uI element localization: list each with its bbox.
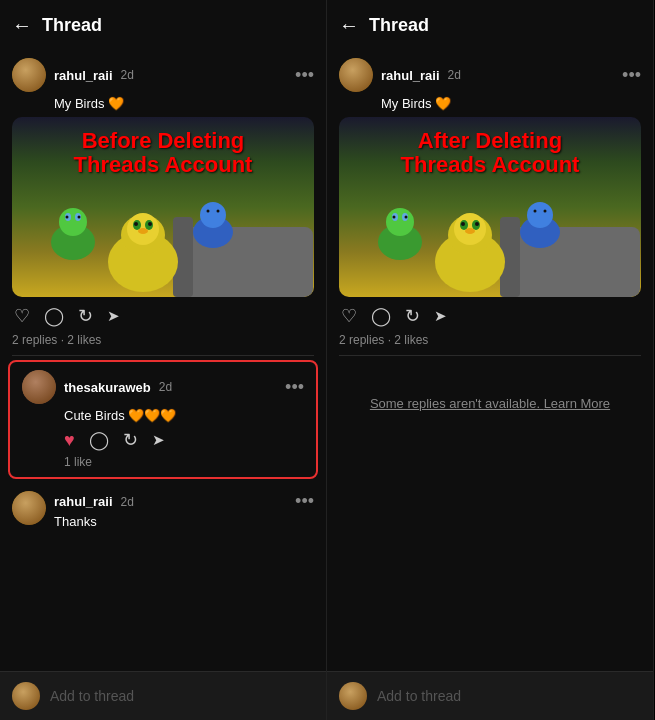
left-post-avatar (12, 58, 46, 92)
right-main-post: rahul_raii 2d ••• My Birds 🧡 After Delet… (327, 50, 653, 355)
left-post-actions: ♡ ◯ ↻ ➤ (12, 305, 314, 333)
right-post-like-button[interactable]: ♡ (341, 305, 357, 327)
left-post-header: rahul_raii 2d ••• (12, 58, 314, 92)
left-post-meta: rahul_raii 2d ••• (54, 65, 314, 86)
right-header: ← Thread (327, 0, 653, 50)
left-reply-1-text: Cute Birds 🧡🧡🧡 (22, 408, 304, 423)
left-reply-1-actions: ♥ ◯ ↻ ➤ (22, 429, 304, 451)
right-birds-scene (339, 167, 641, 297)
left-post-comment-button[interactable]: ◯ (44, 305, 64, 327)
svg-point-39 (544, 210, 547, 213)
left-reply-2-more-button[interactable]: ••• (295, 491, 314, 512)
left-add-thread-avatar (12, 682, 40, 710)
left-reply-2-content: rahul_raii 2d ••• Thanks (54, 491, 314, 529)
left-reply-1-header: thesakuraweb 2d ••• (22, 370, 304, 404)
right-post-comment-button[interactable]: ◯ (371, 305, 391, 327)
right-post-image: After DeletingThreads Account (339, 117, 641, 297)
right-post-share-button[interactable]: ➤ (434, 307, 447, 325)
svg-point-28 (475, 222, 479, 226)
left-reply-2-username: rahul_raii (54, 494, 113, 509)
svg-point-18 (207, 210, 210, 213)
left-reply-1-stats: 1 like (22, 455, 304, 469)
left-reply-1: thesakuraweb 2d ••• Cute Birds 🧡🧡🧡 ♥ ◯ ↻… (8, 360, 318, 479)
left-reply-1-avatar (22, 370, 56, 404)
right-add-thread-input[interactable]: Add to thread (377, 688, 461, 704)
left-post-more-button[interactable]: ••• (295, 65, 314, 86)
right-unavailable-message: Some replies aren't available. Learn Mor… (327, 376, 653, 431)
left-reply-1-repost-button[interactable]: ↻ (123, 429, 138, 451)
left-reply-2-time: 2d (121, 495, 134, 509)
left-panel: ← Thread rahul_raii 2d ••• My Birds 🧡 Be… (0, 0, 327, 720)
right-post-more-button[interactable]: ••• (622, 65, 641, 86)
left-reply-1-username: thesakuraweb (64, 380, 151, 395)
left-main-post: rahul_raii 2d ••• My Birds 🧡 Before Dele… (0, 50, 326, 355)
left-post-share-button[interactable]: ➤ (107, 307, 120, 325)
right-post-repost-button[interactable]: ↻ (405, 305, 420, 327)
svg-point-34 (393, 216, 396, 219)
right-post-text: My Birds 🧡 (339, 96, 641, 111)
right-learn-more-link[interactable]: Learn More (544, 396, 610, 411)
right-post-header: rahul_raii 2d ••• (339, 58, 641, 92)
right-header-title: Thread (369, 15, 429, 36)
left-reply-1-meta: thesakuraweb 2d ••• (64, 377, 304, 398)
left-post-like-button[interactable]: ♡ (14, 305, 30, 327)
left-reply-1-comment-button[interactable]: ◯ (89, 429, 109, 451)
left-header-title: Thread (42, 15, 102, 36)
left-reply-1-share-button[interactable]: ➤ (152, 431, 165, 449)
left-header: ← Thread (0, 0, 326, 50)
left-post-image: Before DeletingThreads Account (12, 117, 314, 297)
svg-point-19 (217, 210, 220, 213)
right-back-button[interactable]: ← (339, 14, 359, 37)
right-post-time: 2d (448, 68, 461, 82)
svg-point-37 (527, 202, 553, 228)
left-back-button[interactable]: ← (12, 14, 32, 37)
right-post-actions: ♡ ◯ ↻ ➤ (339, 305, 641, 333)
left-divider-1 (12, 355, 314, 356)
left-post-text: My Birds 🧡 (12, 96, 314, 111)
svg-point-9 (138, 228, 148, 234)
svg-point-38 (534, 210, 537, 213)
left-post-username: rahul_raii (54, 68, 113, 83)
svg-point-11 (59, 208, 87, 236)
svg-point-15 (78, 216, 81, 219)
left-reply-2-avatar (12, 491, 46, 525)
right-unavailable-text: Some replies aren't available. (370, 396, 544, 411)
svg-point-31 (386, 208, 414, 236)
left-post-repost-button[interactable]: ↻ (78, 305, 93, 327)
svg-point-27 (461, 222, 465, 226)
left-add-thread-input[interactable]: Add to thread (50, 688, 134, 704)
left-post-time: 2d (121, 68, 134, 82)
right-panel: ← Thread rahul_raii 2d ••• My Birds 🧡 Af… (327, 0, 654, 720)
right-post-username: rahul_raii (381, 68, 440, 83)
right-post-avatar (339, 58, 373, 92)
right-add-thread-bar[interactable]: Add to thread (327, 671, 653, 720)
svg-point-17 (200, 202, 226, 228)
svg-point-8 (148, 222, 152, 226)
svg-point-29 (465, 228, 475, 234)
svg-point-14 (66, 216, 69, 219)
right-post-stats: 2 replies · 2 likes (339, 333, 641, 347)
svg-point-35 (405, 216, 408, 219)
left-overlay-text: Before DeletingThreads Account (66, 125, 261, 181)
left-post-stats: 2 replies · 2 likes (12, 333, 314, 347)
left-reply-1-like-button[interactable]: ♥ (64, 430, 75, 451)
left-reply-2-header: rahul_raii 2d ••• (54, 491, 314, 512)
left-reply-2-text: Thanks (54, 514, 314, 529)
left-birds-scene (12, 167, 314, 297)
right-overlay-text: After DeletingThreads Account (393, 125, 588, 181)
right-divider-1 (339, 355, 641, 356)
left-reply-1-time: 2d (159, 380, 172, 394)
left-reply-2: rahul_raii 2d ••• Thanks (0, 483, 326, 537)
left-add-thread-bar[interactable]: Add to thread (0, 671, 326, 720)
svg-point-7 (134, 222, 138, 226)
left-reply-1-more-button[interactable]: ••• (285, 377, 304, 398)
right-add-thread-avatar (339, 682, 367, 710)
right-post-meta: rahul_raii 2d ••• (381, 65, 641, 86)
